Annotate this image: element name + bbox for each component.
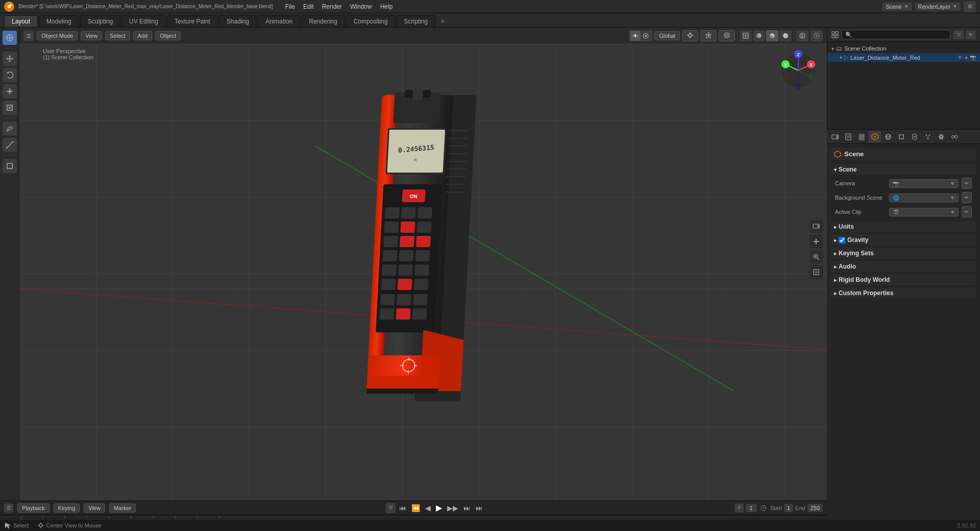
jump-to-end-btn[interactable]: ⏭: [474, 504, 484, 512]
move-tool-btn[interactable]: [3, 52, 17, 66]
bg-scene-edit-btn[interactable]: ✏: [962, 192, 972, 203]
menu-file[interactable]: File: [281, 2, 299, 11]
camera-view-btn[interactable]: [810, 220, 823, 233]
tab-sculpting[interactable]: Sculpting: [80, 15, 120, 27]
rigid-body-world-section-header[interactable]: ▸ Rigid Body World: [831, 274, 976, 285]
outliner-object-item[interactable]: ▾ ▷ Laser_Distance_Meter_Red 👁 ● 📷: [827, 53, 980, 62]
transform-tool-btn[interactable]: [3, 101, 17, 115]
tab-uv-editing[interactable]: UV Editing: [121, 15, 166, 27]
tab-texture-paint[interactable]: Texture Paint: [167, 15, 218, 27]
tab-modeling[interactable]: Modeling: [39, 15, 79, 27]
jump-to-start-btn[interactable]: ⏮: [398, 504, 408, 512]
active-clip-dropdown[interactable]: ▼: [950, 209, 955, 215]
playback-menu[interactable]: Playback: [17, 503, 50, 513]
menu-window[interactable]: Window: [346, 2, 376, 11]
frame-time-toggle[interactable]: ⏱: [385, 503, 396, 513]
xray-btn[interactable]: [811, 30, 823, 41]
render-layer-selector[interactable]: RenderLayer: [918, 4, 951, 10]
tab-layout[interactable]: Layout: [4, 15, 38, 27]
proportional-edit-btn[interactable]: [719, 30, 735, 41]
camera-dropdown[interactable]: ▼: [950, 181, 955, 186]
modifier-props-btn[interactable]: [909, 131, 921, 142]
transform-orientation[interactable]: Global: [654, 31, 680, 40]
next-frame-btn[interactable]: ▶▶: [446, 504, 460, 512]
prev-frame-btn[interactable]: ◀: [424, 504, 432, 512]
show-overlay-btn[interactable]: [641, 31, 651, 41]
play-btn[interactable]: ▶: [434, 503, 444, 513]
measure-tool-btn[interactable]: [3, 138, 17, 152]
scene-props-btn[interactable]: [869, 131, 881, 142]
zoom-view-btn[interactable]: [810, 250, 823, 263]
current-frame-field[interactable]: 1: [746, 504, 757, 512]
viewport-header-menu[interactable]: ☰: [23, 31, 34, 41]
world-props-btn[interactable]: [882, 131, 894, 142]
add-cube-btn[interactable]: [3, 159, 17, 173]
gravity-section-header[interactable]: ▸ Gravity: [831, 234, 976, 246]
tab-shading[interactable]: Shading: [219, 15, 257, 27]
keying-menu[interactable]: Keying: [54, 503, 80, 513]
solid-shading-btn[interactable]: [753, 30, 765, 41]
keying-sets-section-header[interactable]: ▸ Keying Sets: [831, 248, 976, 259]
menu-help[interactable]: Help: [376, 2, 397, 11]
pan-view-btn[interactable]: [810, 235, 823, 248]
marker-menu[interactable]: Marker: [109, 503, 136, 513]
tab-animation[interactable]: Animation: [258, 15, 300, 27]
show-object-btn[interactable]: 👁: [630, 31, 641, 41]
render-props-btn[interactable]: [829, 131, 841, 142]
outliner-sync-btn[interactable]: ↻: [966, 30, 976, 39]
annotate-tool-btn[interactable]: [3, 122, 17, 136]
viewport[interactable]: ☰ Object Mode View Select Add Object 👁: [19, 28, 827, 500]
tab-compositing[interactable]: Compositing: [346, 15, 396, 27]
next-keyframe-btn[interactable]: ⏭: [462, 504, 472, 512]
add-workspace-btn[interactable]: +: [436, 15, 449, 27]
object-props-btn[interactable]: [895, 131, 908, 142]
scene-section-header[interactable]: ▾ Scene: [831, 164, 976, 175]
material-shading-btn[interactable]: [766, 30, 778, 41]
end-frame-field[interactable]: 250: [807, 504, 823, 512]
snap-btn[interactable]: [700, 30, 717, 41]
scene-selector[interactable]: Scene: [886, 4, 901, 10]
constraints-props-btn[interactable]: [948, 131, 961, 142]
wireframe-shading-btn[interactable]: [740, 30, 752, 41]
cursor-tool-btn[interactable]: [3, 31, 17, 45]
object-menu[interactable]: Object: [155, 31, 181, 40]
outliner-scene-collection[interactable]: ▾ 🗂 Scene Collection: [827, 44, 980, 53]
output-props-btn[interactable]: [842, 131, 854, 142]
units-section-header[interactable]: ▸ Units: [831, 221, 976, 232]
rotate-tool-btn[interactable]: [3, 68, 17, 82]
tab-rendering[interactable]: Rendering: [301, 15, 345, 27]
navigation-gizmo[interactable]: X Y Z: [778, 50, 819, 91]
add-menu[interactable]: Add: [133, 31, 153, 40]
timeline-menu-btn[interactable]: ☰: [4, 503, 13, 513]
active-clip-edit-btn[interactable]: ✏: [962, 206, 972, 218]
bg-scene-dropdown[interactable]: ▼: [950, 195, 955, 201]
visibility-icon[interactable]: 👁: [958, 55, 963, 60]
orthographic-toggle-btn[interactable]: [810, 266, 823, 279]
active-clip-value[interactable]: 🎬 ▼: [889, 208, 959, 216]
tab-scripting[interactable]: Scripting: [396, 15, 435, 27]
start-frame-field[interactable]: 1: [784, 504, 793, 512]
view-layer-props-btn[interactable]: [855, 131, 868, 142]
camera-edit-btn[interactable]: ✏: [962, 178, 972, 189]
rendered-shading-btn[interactable]: [779, 30, 792, 41]
gravity-checkbox[interactable]: [839, 237, 845, 244]
outliner-filter-btn[interactable]: ▽: [953, 30, 964, 39]
object-mode-selector[interactable]: Object Mode: [37, 31, 78, 40]
view-menu[interactable]: View: [81, 31, 102, 40]
menu-render[interactable]: Render: [318, 2, 346, 11]
overlays-btn[interactable]: [796, 30, 808, 41]
audio-section-header[interactable]: ▸ Audio: [831, 261, 976, 272]
physics-props-btn[interactable]: [935, 131, 947, 142]
viewport-canvas[interactable]: 0.2456315 m ON: [19, 44, 827, 500]
scale-tool-btn[interactable]: [3, 84, 17, 99]
camera-value[interactable]: 📷 ▼: [889, 179, 959, 188]
timeline-view-menu[interactable]: View: [84, 503, 105, 513]
outliner-search-input[interactable]: [842, 30, 950, 39]
custom-props-section-header[interactable]: ▸ Custom Properties: [831, 287, 976, 299]
bg-scene-value[interactable]: 🌐 ▼: [889, 194, 959, 202]
prev-keyframe-btn[interactable]: ⏪: [410, 504, 422, 512]
options-btn[interactable]: ⚙: [964, 1, 976, 12]
menu-edit[interactable]: Edit: [299, 2, 318, 11]
select-icon[interactable]: ●: [965, 55, 968, 60]
select-menu[interactable]: Select: [105, 31, 130, 40]
